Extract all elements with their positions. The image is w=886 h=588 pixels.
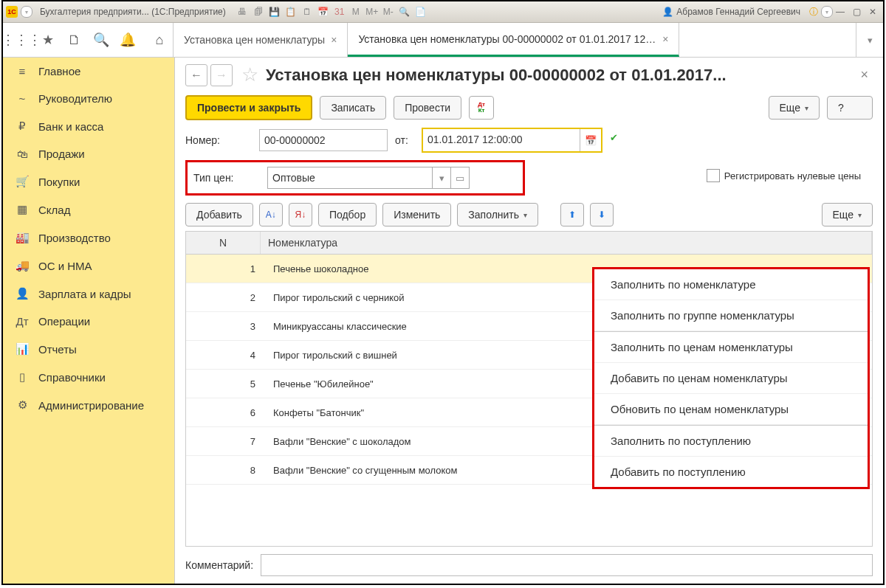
list-icon[interactable]: 📄 [413,5,428,18]
select-button[interactable]: Подбор [318,203,377,226]
register-zero-label: Регистрировать нулевые цены [724,170,861,181]
sidebar-icon: 📊 [15,342,30,356]
fill-menu-item[interactable]: Заполнить по поступлению [594,426,868,457]
sidebar-icon: ▦ [15,203,30,216]
dropdown-icon[interactable]: ▾ [21,6,32,18]
sidebar: ≡Главное~Руководителю₽Банк и касса🛍Прода… [3,58,175,584]
back-button[interactable]: ← [185,64,207,86]
fill-menu-item[interactable]: Обновить по ценам номенклатуры [594,394,868,425]
fill-menu-item[interactable]: Добавить по ценам номенклатуры [594,363,868,394]
tab-more-button[interactable]: ▾ [856,23,883,57]
comment-label: Комментарий: [185,559,253,571]
star-icon[interactable]: ★ [40,32,56,48]
number-input[interactable]: 00-00000002 [259,129,388,151]
sidebar-icon: ≡ [15,65,30,77]
fill-menu-item[interactable]: Заполнить по ценам номенклатуры [594,332,868,363]
tab-close-icon[interactable]: × [662,33,668,45]
status-ok-icon[interactable]: ✔ [610,132,626,148]
info-icon[interactable]: ⓘ [806,5,821,18]
font-mminus-icon[interactable]: M- [381,5,396,18]
apps-icon[interactable]: ⋮⋮⋮ [13,32,30,48]
sidebar-item[interactable]: 🛍Продажи [3,140,174,167]
debit-credit-button[interactable]: ДтКт [469,96,494,120]
sort-desc-button[interactable]: Я↓ [289,203,312,226]
fill-menu: Заполнить по номенклатуреЗаполнить по гр… [592,267,870,489]
sidebar-item[interactable]: ▦Склад [3,196,174,224]
help-button[interactable]: ? [827,96,873,120]
current-user[interactable]: 👤 Абрамов Геннадий Сергеевич [662,7,800,17]
sort-asc-button[interactable]: А↓ [259,203,283,226]
date-input[interactable]: 01.01.2017 12:00:00 [423,129,580,150]
window-titlebar: 1С ▾ Бухгалтерия предприяти... (1С:Предп… [3,1,883,23]
fill-menu-item[interactable]: Заполнить по номенклатуре [594,269,868,300]
add-button[interactable]: Добавить [185,203,253,226]
date-icon[interactable]: 31 [332,5,347,18]
col-name[interactable]: Номенклатура [261,232,872,254]
sidebar-item[interactable]: 🚚ОС и НМА [3,252,174,280]
fill-menu-item[interactable]: Добавить по поступлению [594,457,868,487]
app-logo-icon: 1С [6,6,18,18]
maximize-button[interactable]: ▢ [849,5,864,18]
open-icon[interactable]: ▭ [450,167,469,188]
print-icon[interactable]: 🖶 [235,5,250,18]
sidebar-item[interactable]: ≡Главное [3,58,174,85]
fill-button[interactable]: Заполнить [457,203,538,226]
sidebar-item[interactable]: ₽Банк и касса [3,112,174,140]
sidebar-icon: ⚙ [15,398,30,412]
sidebar-item[interactable]: 🏭Производство [3,224,174,252]
move-up-button[interactable]: ⬆ [560,203,584,226]
copy-icon[interactable]: 📋 [284,5,298,18]
sidebar-item[interactable]: 🛒Покупки [3,167,174,196]
sidebar-item[interactable]: 👤Зарплата и кадры [3,280,174,308]
forward-button[interactable]: → [210,64,233,86]
save-icon[interactable]: 💾 [267,5,282,18]
sidebar-item[interactable]: ~Руководителю [3,85,174,112]
col-number[interactable]: N [186,232,261,254]
more-button[interactable]: Еще [769,96,820,120]
price-type-select[interactable]: Оптовые ▾ ▭ [267,167,470,189]
post-and-close-button[interactable]: Провести и закрыть [185,95,312,120]
sidebar-icon: Дт [15,315,30,328]
tab-price-setup[interactable]: Установка цен номенклатуры × [174,23,348,57]
sidebar-item[interactable]: ⚙Администрирование [3,391,174,419]
tab-close-icon[interactable]: × [331,34,337,46]
register-zero-checkbox[interactable] [707,169,720,182]
sidebar-item[interactable]: 📊Отчеты [3,335,174,363]
user-icon: 👤 [662,7,673,17]
close-document-button[interactable]: × [856,67,873,83]
tab-price-setup-doc[interactable]: Установка цен номенклатуры 00-00000002 о… [348,23,679,57]
comment-input[interactable] [261,554,873,576]
home-button[interactable]: ⌂ [146,23,174,57]
move-down-button[interactable]: ⬇ [590,203,614,226]
post-button[interactable]: Провести [394,96,461,120]
change-button[interactable]: Изменить [382,203,451,226]
save-button[interactable]: Записать [320,96,386,120]
app-title: Бухгалтерия предприяти... (1С:Предприяти… [40,7,226,17]
font-m-icon[interactable]: M [348,5,363,18]
sidebar-icon: ~ [15,92,30,105]
calc-icon[interactable]: 🗒 [300,5,315,18]
sidebar-item[interactable]: ▯Справочники [3,363,174,391]
favorite-icon[interactable]: ☆ [241,63,258,86]
minimize-button[interactable]: — [833,5,848,18]
close-button[interactable]: ✕ [865,5,880,18]
preview-icon[interactable]: 🗐 [251,5,266,18]
price-type-label: Тип цен: [193,172,260,184]
info-dropdown-icon[interactable]: ▾ [821,6,833,18]
font-mplus-icon[interactable]: M+ [365,5,380,18]
sidebar-item[interactable]: ДтОперации [3,308,174,335]
table-more-button[interactable]: Еще [822,203,873,226]
sidebar-icon: 🛒 [15,175,30,188]
dropdown-icon[interactable]: ▾ [432,167,450,188]
calendar-icon[interactable]: 📅 [316,5,331,18]
calendar-picker-icon[interactable]: 📅 [580,129,601,151]
bell-icon[interactable]: 🔔 [120,32,136,48]
date-field[interactable]: 01.01.2017 12:00:00 📅 [422,128,602,153]
sidebar-icon: ₽ [15,120,30,133]
fill-menu-item[interactable]: Заполнить по группе номенклатуры [594,300,868,331]
sidebar-icon: 🚚 [15,259,30,272]
clipboard-icon[interactable]: 🗋 [66,32,83,48]
date-label: от: [395,134,414,146]
search-icon[interactable]: 🔍 [93,32,109,48]
zoom-icon[interactable]: 🔍 [397,5,412,18]
